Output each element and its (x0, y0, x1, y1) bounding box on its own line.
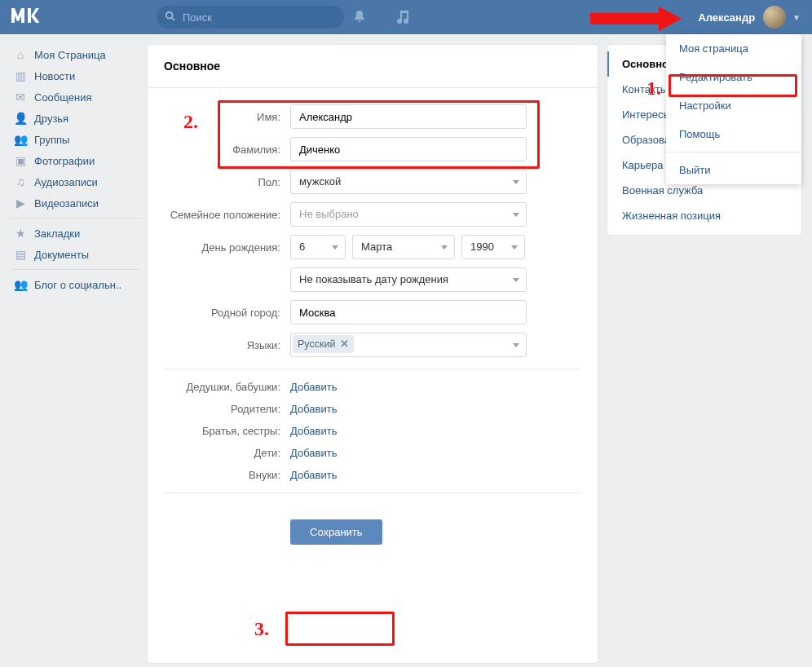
label-languages: Языки: (164, 339, 290, 351)
label-hometown: Родной город: (164, 307, 290, 319)
label-marital: Семейное положение: (164, 209, 290, 221)
left-nav: ⌂Моя Страница ▥Новости ✉Сообщения 👤Друзь… (7, 44, 145, 295)
user-dropdown: Моя страница Редактировать Настройки Пом… (666, 34, 801, 184)
marital-select[interactable]: Не выбрано (290, 202, 527, 227)
music-icon[interactable] (396, 9, 409, 26)
username: Александр (698, 11, 755, 24)
label-last-name: Фамилия: (164, 144, 290, 156)
avatar (763, 6, 786, 29)
nav-bookmarks[interactable]: ★Закладки (7, 223, 145, 244)
label-grandchildren: Внуки: (164, 469, 290, 481)
label-grandparents: Дедушки, бабушки: (164, 381, 290, 393)
languages-select[interactable]: Русский ✕ (290, 333, 527, 357)
dob-visibility-select[interactable]: Не показывать дату рождения (290, 267, 527, 292)
nav-video[interactable]: ▶Видеозаписи (7, 192, 145, 214)
add-parents[interactable]: Добавить (290, 403, 337, 415)
last-name-input[interactable] (290, 137, 527, 161)
menu-help[interactable]: Помощь (666, 120, 801, 148)
video-icon: ▶ (11, 197, 29, 210)
language-token[interactable]: Русский ✕ (293, 335, 354, 353)
menu-settings[interactable]: Настройки (666, 91, 801, 120)
nav-my-page[interactable]: ⌂Моя Страница (7, 44, 145, 65)
edit-profile-card: Основное Имя: Фамилия: Пол: мужской Семе… (147, 44, 598, 664)
hometown-input[interactable] (290, 300, 527, 325)
card-title: Основное (148, 45, 598, 88)
chevron-down-icon: ▼ (792, 13, 801, 22)
gender-select[interactable]: мужской (290, 170, 527, 194)
header-bar: Александр ▼ (0, 0, 812, 34)
nav-sep (11, 218, 140, 219)
audio-icon: ♫ (11, 175, 29, 188)
add-children[interactable]: Добавить (290, 447, 337, 459)
dob-day-select[interactable]: 6 (290, 235, 346, 259)
blog-icon: 👥 (11, 278, 29, 291)
menu-edit[interactable]: Редактировать (666, 63, 801, 91)
star-icon: ★ (11, 227, 29, 240)
user-menu-chip[interactable]: Александр ▼ (686, 0, 812, 34)
messages-icon: ✉ (11, 91, 29, 104)
nav-docs[interactable]: ▤Документы (7, 244, 145, 265)
menu-my-page[interactable]: Моя страница (666, 34, 801, 63)
search-wrap (157, 6, 344, 29)
label-children: Дети: (164, 447, 290, 459)
add-siblings[interactable]: Добавить (290, 425, 337, 437)
friends-icon: 👤 (11, 112, 29, 125)
nav-groups[interactable]: 👥Группы (7, 129, 145, 150)
notifications-icon[interactable] (352, 9, 367, 26)
label-first-name: Имя: (164, 111, 290, 123)
dob-year-select[interactable]: 1990 (461, 235, 525, 259)
news-icon: ▥ (11, 69, 29, 82)
add-grandchildren[interactable]: Добавить (290, 469, 337, 481)
nav-friends[interactable]: 👤Друзья (7, 108, 145, 129)
first-name-input[interactable] (290, 104, 527, 129)
nav-audio[interactable]: ♫Аудиозаписи (7, 171, 145, 192)
vk-logo[interactable] (10, 4, 49, 30)
tab-life[interactable]: Жизненная позиция (607, 203, 801, 228)
camera-icon: ▣ (11, 154, 29, 167)
docs-icon: ▤ (11, 248, 29, 261)
header-icons (352, 0, 409, 34)
nav-blog[interactable]: 👥Блог о социальн.. (7, 274, 145, 295)
label-gender: Пол: (164, 176, 290, 188)
save-button[interactable]: Сохранить (290, 519, 382, 545)
nav-news[interactable]: ▥Новости (7, 65, 145, 86)
search-input[interactable] (157, 6, 344, 29)
remove-token-icon[interactable]: ✕ (340, 334, 349, 355)
label-parents: Родители: (164, 403, 290, 415)
nav-sep (11, 269, 140, 270)
nav-photos[interactable]: ▣Фотографии (7, 150, 145, 171)
nav-messages[interactable]: ✉Сообщения (7, 86, 145, 108)
label-dob: День рождения: (164, 241, 290, 254)
groups-icon: 👥 (11, 133, 29, 146)
dob-month-select[interactable]: Марта (352, 235, 455, 259)
label-siblings: Братья, сестры: (164, 425, 290, 437)
home-icon: ⌂ (11, 48, 29, 61)
add-grandparents[interactable]: Добавить (290, 381, 337, 393)
menu-logout[interactable]: Выйти (666, 156, 801, 184)
